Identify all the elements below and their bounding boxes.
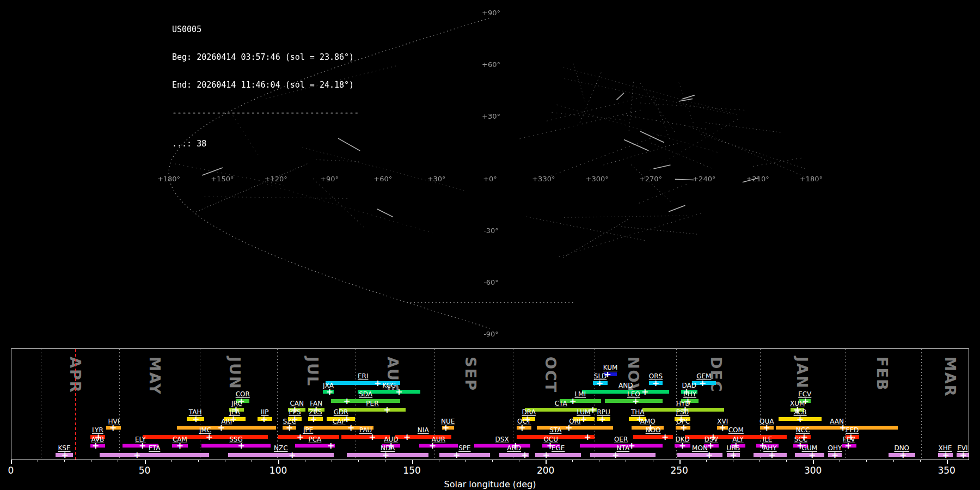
shower-peak-marker: +	[109, 424, 117, 432]
shower-bar	[339, 408, 406, 412]
shower-code-label: PER	[366, 400, 378, 407]
shower-bar	[177, 426, 276, 430]
month-label: OCT	[542, 357, 559, 393]
axis-tick	[706, 460, 707, 462]
shower-peak-marker: +	[192, 415, 199, 424]
current-sol-marker-line	[75, 349, 76, 460]
lon-label: +210°	[746, 175, 769, 183]
shower-peak-marker: +	[580, 415, 587, 424]
shower-peak-marker: +	[730, 451, 737, 460]
axis-tick	[733, 460, 733, 462]
shower-peak-marker: +	[62, 451, 69, 460]
axis-tick	[947, 460, 948, 464]
shower-bar	[582, 390, 669, 394]
shower-bar	[419, 444, 458, 448]
lat-label: +30°	[482, 112, 500, 120]
shower-peak-marker: +	[521, 451, 528, 460]
lon-label: +240°	[693, 175, 715, 183]
lon-label: +0°	[483, 175, 497, 183]
station-id: US0005	[172, 25, 359, 34]
meteor-count-line: ...: 38	[172, 139, 359, 149]
shower-code-label: DSX	[495, 436, 509, 443]
shower-peak-marker: +	[844, 442, 852, 450]
shower-peak-marker: +	[899, 451, 906, 460]
axis-tick	[278, 460, 279, 464]
shower-bar	[537, 426, 613, 430]
axis-tick-label: 150	[403, 465, 420, 476]
shower-peak-marker: +	[679, 442, 686, 450]
shower-bar	[228, 453, 334, 457]
shower-bar	[677, 453, 722, 457]
shower-code-label: SDA	[359, 391, 372, 398]
shower-bar	[341, 435, 389, 439]
shower-peak-marker: +	[403, 433, 411, 442]
axis-tick	[759, 460, 760, 462]
shower-peak-marker: +	[218, 424, 225, 432]
axis-tick	[91, 460, 91, 462]
shower-peak-marker: +	[569, 397, 577, 406]
month-label: JUL	[304, 357, 321, 387]
shower-bar	[776, 426, 897, 430]
shower-bar	[474, 444, 530, 448]
month-boundary-line	[200, 349, 200, 460]
shower-peak-marker: +	[542, 451, 549, 460]
x-axis-title: Solar longitude (deg)	[444, 479, 536, 489]
lat-label: +90°	[482, 9, 500, 17]
axis-tick	[626, 460, 626, 462]
axis-tick-label: 0	[8, 465, 14, 476]
shower-peak-marker: +	[260, 415, 267, 424]
shower-peak-marker: +	[326, 388, 333, 396]
lon-label: +300°	[586, 175, 609, 183]
shower-code-label: ERI	[358, 373, 368, 380]
shower-code-label: NIA	[418, 427, 429, 434]
shower-peak-marker: +	[641, 388, 648, 396]
shower-peak-marker: +	[680, 424, 687, 432]
lon-label: +30°	[427, 175, 446, 183]
shower-peak-marker: +	[289, 451, 296, 460]
axis-tick	[599, 460, 599, 462]
figure-root: US0005 Beg: 20260414 03:57:46 (sol = 23.…	[0, 0, 980, 490]
axis-tick	[412, 460, 413, 464]
axis-tick-label: 250	[670, 465, 688, 476]
shower-peak-marker: +	[632, 397, 639, 406]
lon-label: +90°	[320, 175, 339, 183]
end-time-line: End: 20260414 11:46:04 (sol = 24.18°)	[172, 81, 359, 90]
shower-peak-marker: +	[706, 451, 713, 460]
shower-code-label: JPE	[303, 427, 313, 434]
axis-tick	[38, 460, 38, 462]
month-boundary-line	[41, 349, 41, 460]
shower-peak-marker: +	[429, 442, 436, 450]
axis-tick	[198, 460, 199, 462]
shower-peak-marker: +	[344, 397, 351, 406]
axis-tick	[519, 460, 519, 462]
axis-tick-label: 200	[537, 465, 554, 476]
axis-tick	[332, 460, 332, 462]
shower-peak-marker: +	[652, 379, 659, 388]
axis-tick	[866, 460, 867, 462]
lat-label: -60°	[483, 278, 499, 286]
shower-peak-marker: +	[382, 451, 389, 460]
shower-code-label: COM	[728, 427, 744, 434]
lon-label: +330°	[532, 175, 555, 183]
shower-peak-marker: +	[383, 406, 390, 414]
sky-map-canvas	[0, 0, 980, 344]
axis-tick	[920, 460, 921, 462]
axis-tick-label: 350	[938, 465, 955, 476]
info-header: US0005 Beg: 20260414 03:57:46 (sol = 23.…	[172, 7, 359, 167]
shower-peak-marker: +	[612, 451, 619, 460]
axis-tick	[679, 460, 681, 464]
shower-peak-marker: +	[395, 388, 402, 396]
shower-code-label: OER	[614, 436, 628, 443]
month-label: FEB	[874, 357, 891, 391]
header-separator: --------------------------------------	[172, 108, 359, 118]
shower-peak-marker: +	[599, 415, 606, 424]
month-boundary-line	[119, 349, 120, 460]
lon-label: +180°	[800, 175, 823, 183]
axis-tick	[572, 460, 573, 462]
axis-tick	[358, 460, 359, 462]
axis-tick	[225, 460, 225, 462]
axis-tick	[492, 460, 493, 462]
lon-label: +270°	[639, 175, 662, 183]
shower-peak-marker: +	[719, 424, 726, 432]
month-label: SEP	[462, 357, 479, 391]
